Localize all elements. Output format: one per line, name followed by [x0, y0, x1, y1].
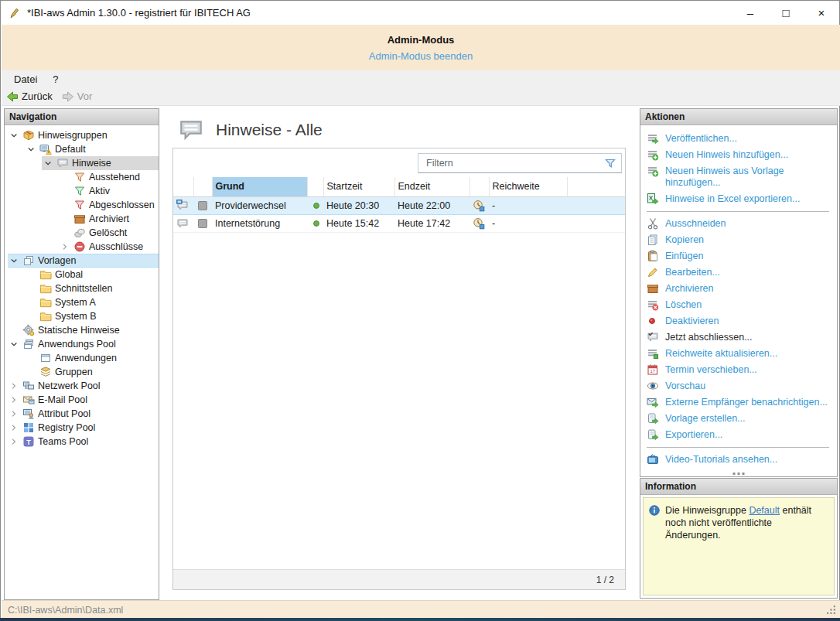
action-hinweise-in-excel-exportieren[interactable]: Hinweise in Excel exportieren...: [645, 191, 834, 207]
table-header-col-reach-icon: [470, 177, 489, 196]
maximize-button[interactable]: □: [768, 1, 804, 25]
nav-item-abgeschlossen[interactable]: Abgeschlossen: [5, 198, 159, 212]
action-video-tutorials-ansehen[interactable]: Video-Tutorials ansehen...: [645, 452, 834, 468]
nav-item-vorlagen[interactable]: Vorlagen: [5, 254, 159, 268]
chevron-expanded-icon[interactable]: [9, 340, 19, 350]
action-neuen-hinweis-hinzuf-gen[interactable]: Neuen Hinweis hinzufügen...: [645, 147, 834, 163]
chevron-expanded-icon[interactable]: [9, 256, 19, 266]
nav-item-registry-pool[interactable]: Registry Pool: [5, 421, 159, 435]
status-bar: C:\IBI-aws\Admin\Data.xml: [2, 600, 840, 619]
forward-arrow-icon: [62, 90, 74, 103]
chevron-collapsed-icon[interactable]: [9, 409, 19, 419]
chevron-expanded-icon[interactable]: [43, 159, 53, 169]
information-default-link[interactable]: Default: [749, 505, 780, 516]
nav-item-e-mail-pool[interactable]: E-Mail Pool: [5, 393, 159, 407]
action-ver-ffentlichen[interactable]: Veröffentlichen...: [645, 131, 834, 147]
cell-endzeit: Heute 22:00: [394, 196, 470, 214]
table-row-providerwechsel[interactable]: ProviderwechselHeute 20:30Heute 22:00-: [173, 196, 625, 214]
nav-item-hinweisgruppen[interactable]: Hinweisgruppen: [5, 128, 159, 142]
admin-mode-exit-link[interactable]: Admin-Modus beenden: [369, 50, 473, 62]
nav-item-netzwerk-pool[interactable]: Netzwerk Pool: [5, 379, 159, 393]
action-einf-gen[interactable]: Einfügen: [645, 248, 834, 264]
svg-text:T: T: [26, 438, 31, 446]
filter-funnel-icon[interactable]: [603, 157, 618, 169]
nav-item-teams-pool[interactable]: TTeams Pool: [5, 435, 159, 449]
nav-item-ausstehend[interactable]: Ausstehend: [5, 170, 159, 184]
nav-item-system-b[interactable]: System B: [5, 309, 159, 323]
chevron-collapsed-icon[interactable]: [9, 437, 19, 447]
chevron-collapsed-icon[interactable]: [9, 395, 19, 405]
nav-item-gel-scht[interactable]: Gelöscht: [5, 226, 159, 240]
table-footer: 1 / 2: [173, 569, 625, 589]
nav-item-hinweise[interactable]: Hinweise: [5, 156, 159, 170]
action-archivieren[interactable]: Archivieren: [645, 281, 834, 297]
nav-item-label: Vorlagen: [38, 255, 76, 266]
reach-update-icon: [647, 347, 659, 360]
nav-item-anwendungs-pool[interactable]: Anwendungs Pool: [5, 337, 159, 351]
action-deaktivieren[interactable]: Deaktivieren: [645, 313, 834, 329]
nav-item-label: Archiviert: [89, 213, 129, 224]
menu-item-datei[interactable]: Datei: [6, 70, 45, 87]
action-label: Archivieren: [665, 282, 714, 295]
copy-icon: [647, 234, 659, 246]
table-row-internetst-rung[interactable]: InternetstörungHeute 15:42Heute 17:42-: [173, 214, 625, 232]
table-header-col-grund[interactable]: Grund: [212, 177, 307, 196]
nav-item-label: System B: [55, 311, 97, 322]
finish-check-icon: [647, 331, 659, 343]
nav-item-system-a[interactable]: System A: [5, 295, 159, 309]
nav-item-global[interactable]: Global: [5, 268, 159, 281]
chevron-expanded-icon[interactable]: [9, 131, 19, 141]
resize-grip-icon[interactable]: [827, 606, 838, 616]
network-icon: [22, 380, 35, 392]
nav-item-attribut-pool[interactable]: Attribut Pool: [5, 407, 159, 421]
chevron-spacer: [60, 172, 70, 183]
nav-item-label: Statische Hinweise: [38, 325, 120, 336]
menu-item-help[interactable]: ?: [45, 70, 66, 87]
nav-item-gruppen[interactable]: Gruppen: [5, 365, 159, 379]
nav-item-anwendungen[interactable]: Anwendungen: [5, 351, 159, 365]
minimize-button[interactable]: –: [732, 1, 768, 25]
nav-item-default[interactable]: Default: [5, 142, 159, 156]
actions-overflow-handle[interactable]: [733, 473, 745, 475]
cell-filler: [567, 196, 625, 214]
table-header-col-reichweite[interactable]: Reichweite: [489, 177, 567, 196]
nav-item-archiviert[interactable]: Archiviert: [5, 212, 159, 226]
action-vorlage-erstellen[interactable]: Vorlage erstellen...: [645, 411, 834, 427]
action-l-schen[interactable]: Löschen: [645, 297, 834, 313]
paste-icon: [647, 250, 659, 262]
nav-item-ausschl-sse[interactable]: Ausschlüsse: [5, 240, 159, 254]
navigation-tree: HinweisgruppenDefaultHinweiseAusstehendA…: [5, 125, 159, 449]
action-termin-verschieben[interactable]: 17Termin verschieben...: [645, 362, 834, 378]
nav-item-label: Ausstehend: [89, 172, 140, 183]
nav-item-label: Hinweise: [72, 158, 111, 169]
table-header-col-color: [193, 177, 212, 196]
action-reichweite-aktualisieren[interactable]: Reichweite aktualisieren...: [645, 346, 834, 362]
action-neuen-hinweis-aus-vorlage-hinzuf-gen[interactable]: Neuen Hinweis aus Vorlage hinzufügen...: [645, 163, 834, 191]
action-exportieren[interactable]: Exportieren...: [645, 427, 834, 443]
action-bearbeiten[interactable]: Bearbeiten...: [645, 264, 834, 281]
action-externe-empf-nger-benachrichtigen[interactable]: Externe Empfänger benachrichtigen...: [645, 394, 834, 411]
chevron-spacer: [60, 186, 70, 196]
nav-item-schnittstellen[interactable]: Schnittstellen: [5, 281, 159, 295]
close-button[interactable]: ×: [804, 1, 839, 25]
nav-item-statische-hinweise[interactable]: Statische Hinweise: [5, 323, 159, 337]
back-button[interactable]: Zurück: [2, 87, 57, 105]
forward-button[interactable]: Vor: [57, 87, 97, 105]
chevron-collapsed-icon[interactable]: [9, 381, 19, 391]
chevron-expanded-icon[interactable]: [26, 145, 36, 155]
action-jetzt-abschliessen[interactable]: Jetzt abschliessen...: [645, 329, 834, 346]
nav-item-aktiv[interactable]: Aktiv: [5, 184, 159, 198]
cell-reichweite: -: [489, 196, 567, 214]
table-header-col-endzeit[interactable]: Endzeit: [394, 177, 470, 196]
notes-list-box: GrundStartzeitEndzeitReichweite Provider…: [172, 148, 626, 590]
nav-item-label: E-Mail Pool: [38, 394, 87, 405]
action-vorschau[interactable]: Vorschau: [645, 378, 834, 394]
action-ausschneiden[interactable]: Ausschneiden: [645, 216, 834, 232]
email-icon: [22, 394, 35, 406]
table-header-col-startzeit[interactable]: Startzeit: [323, 177, 394, 196]
action-kopieren[interactable]: Kopieren: [645, 232, 834, 248]
chevron-collapsed-icon[interactable]: [9, 423, 19, 433]
chevron-collapsed-icon[interactable]: [60, 242, 70, 252]
filter-input[interactable]: [418, 154, 603, 172]
nav-item-label: Attribut Pool: [38, 408, 90, 419]
